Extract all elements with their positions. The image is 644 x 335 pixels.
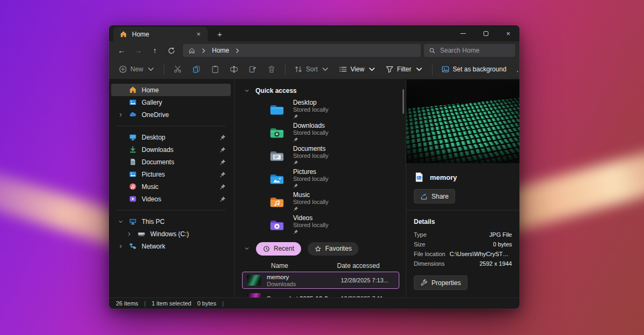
maximize-icon	[484, 31, 488, 36]
chevron-down-icon	[147, 65, 155, 74]
file-location: Downloads	[267, 281, 335, 287]
sidebar-item[interactable]: Documents	[111, 156, 231, 168]
tab-close-icon[interactable]: ×	[194, 30, 203, 39]
address-bar[interactable]: Home	[183, 44, 421, 57]
sort-button[interactable]: Sort	[290, 62, 334, 77]
forward-button[interactable]: →	[130, 43, 147, 57]
search-input[interactable]: Search Home	[424, 44, 515, 57]
quick-access-header[interactable]: Quick access	[238, 84, 406, 98]
chevron-down-icon[interactable]	[244, 246, 250, 251]
rename-button[interactable]	[225, 62, 243, 77]
sidebar-item[interactable]: Downloads	[111, 143, 231, 156]
quick-access-text: Videos Stored locally	[293, 214, 328, 235]
sidebar-item-icon	[128, 133, 137, 142]
sidebar-divider	[116, 210, 225, 210]
file-text: Screenshot 2025-12-28 191...	[267, 295, 335, 298]
quick-access-item[interactable]: Pictures Stored locally	[238, 167, 406, 190]
quick-access-name: Desktop	[293, 99, 328, 106]
cut-button[interactable]	[169, 62, 187, 77]
set-as-background-button[interactable]: Set as background	[437, 62, 511, 77]
minimize-button[interactable]	[452, 25, 474, 41]
chevron-down-icon[interactable]	[244, 88, 250, 93]
sidebar-item[interactable]: Desktop	[111, 131, 231, 143]
detail-row: File location C:\Users\WhyCrySTRIX\Dow..…	[406, 249, 519, 259]
column-header-name[interactable]: Name	[271, 262, 288, 270]
new-button[interactable]: New	[114, 62, 159, 77]
scrollbar-thumb[interactable]	[402, 89, 404, 114]
sidebar-item-label: Windows (C:)	[150, 230, 219, 238]
favorites-label: Favorites	[325, 245, 352, 252]
quick-access-name: Downloads	[293, 122, 328, 129]
back-button[interactable]: ←	[113, 43, 130, 57]
quick-access-item[interactable]: Desktop Stored locally	[238, 98, 406, 121]
new-icon	[119, 65, 127, 74]
trash-icon	[267, 65, 276, 74]
file-date-accessed: 12/28/2025 7:13...	[341, 277, 394, 283]
favorites-filter-pill[interactable]: Favorites	[308, 242, 358, 256]
new-tab-button[interactable]: +	[214, 27, 225, 41]
tab-home[interactable]: Home ×	[113, 27, 208, 41]
sidebar-item[interactable]: Home	[111, 84, 231, 96]
navigation-bar: ← → ↑ Home Search Home	[109, 41, 519, 60]
details-rows: Type JPG File Size 0 bytes File location…	[406, 230, 519, 268]
paste-button[interactable]	[206, 62, 224, 77]
quick-access-item[interactable]: Documents Stored locally	[238, 144, 406, 167]
maximize-button[interactable]	[474, 25, 497, 41]
quick-access-title: Quick access	[255, 87, 297, 94]
sidebar-item[interactable]: Gallery	[111, 96, 231, 108]
expand-chevron-icon[interactable]	[116, 244, 125, 249]
refresh-button[interactable]	[163, 43, 180, 57]
properties-button[interactable]: Properties	[414, 275, 467, 290]
view-button[interactable]: View	[334, 62, 380, 77]
filter-button[interactable]: Filter	[381, 62, 428, 77]
up-button[interactable]: ↑	[147, 43, 163, 57]
file-row[interactable]: memory Downloads 12/28/2025 7:13...	[242, 272, 399, 289]
sidebar-item[interactable]: This PC	[111, 215, 231, 228]
detail-label: File location	[414, 251, 445, 257]
recent-favorites-row: Recent Favorites	[238, 242, 406, 256]
sidebar-item[interactable]: Windows (C:)	[111, 228, 231, 240]
detail-value: JPG File	[489, 231, 512, 238]
sidebar-item-icon	[137, 230, 145, 238]
command-toolbar: New Sort View Filter Set as backgro	[109, 60, 519, 79]
sidebar-item[interactable]: Videos	[111, 193, 231, 205]
chevron-right-icon[interactable]	[200, 47, 207, 54]
breadcrumb-home[interactable]: Home	[212, 47, 229, 54]
column-header-date-accessed[interactable]: Date accessed	[337, 262, 392, 270]
recent-label: Recent	[274, 245, 294, 252]
search-placeholder: Search Home	[440, 47, 479, 54]
expand-chevron-icon[interactable]	[125, 231, 134, 237]
breadcrumb-home-icon[interactable]	[188, 47, 195, 54]
quick-access-item[interactable]: Music Stored locally	[238, 190, 406, 213]
folder-icon	[268, 148, 286, 164]
expand-chevron-icon[interactable]	[116, 219, 125, 224]
sidebar-item-icon	[128, 111, 137, 119]
sidebar-item-icon	[128, 242, 137, 251]
sidebar-item[interactable]: OneDrive	[111, 108, 231, 121]
delete-button[interactable]	[262, 62, 281, 77]
share-file-button[interactable]: Share	[414, 189, 455, 203]
sidebar-item[interactable]: Music	[111, 180, 231, 193]
recent-filter-pill[interactable]: Recent	[256, 242, 301, 256]
quick-access-subtitle: Stored locally	[293, 222, 328, 229]
quick-access-subtitle: Stored locally	[293, 176, 328, 183]
copy-button[interactable]	[187, 62, 206, 77]
file-row[interactable]: Screenshot 2025-12-28 191... 12/28/2025 …	[242, 290, 399, 297]
sidebar-item-label: Pictures	[142, 171, 219, 178]
sidebar-item[interactable]: Network	[111, 240, 231, 252]
sidebar-item[interactable]: Pictures	[111, 168, 231, 180]
status-separator: |	[222, 300, 224, 307]
chevron-down-icon	[415, 65, 423, 74]
close-button[interactable]: ×	[497, 25, 519, 41]
paste-icon	[211, 65, 219, 74]
share-button[interactable]	[244, 62, 262, 77]
selected-file-name: memory	[430, 173, 457, 181]
quick-access-item[interactable]: Videos Stored locally	[238, 213, 406, 236]
expand-chevron-icon[interactable]	[116, 112, 125, 118]
detail-value: C:\Users\WhyCrySTRIX\Dow...	[450, 251, 512, 257]
more-options-button[interactable]: ...	[511, 62, 519, 77]
pin-icon	[293, 206, 328, 212]
chevron-right-icon[interactable]	[234, 47, 241, 54]
quick-access-item[interactable]: Downloads Stored locally	[238, 121, 406, 144]
detail-row: Size 0 bytes	[406, 239, 519, 249]
